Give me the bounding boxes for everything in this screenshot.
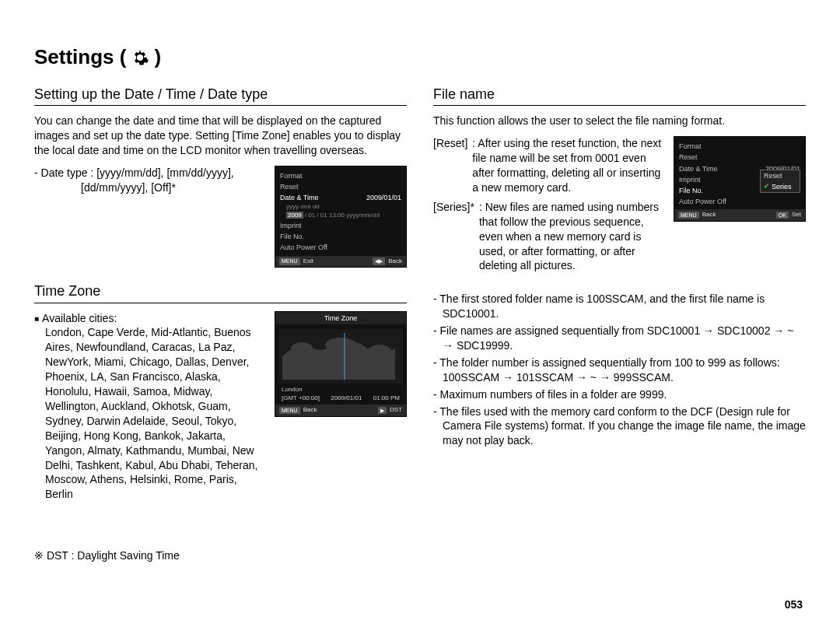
file-name-intro: This function allows the user to select … [433,114,806,128]
cities-label: Available cities: [42,312,117,324]
heading-date-time: Setting up the Date / Time / Date type [34,85,407,106]
bullet-item: - Maximum numbers of files in a folder a… [433,387,806,402]
title-text: Settings ( [34,44,126,71]
heading-file-name: File name [433,85,806,106]
page-number: 053 [785,597,803,612]
svg-point-1 [325,338,356,352]
dst-note: ※ DST : Daylight Saving Time [34,548,407,563]
file-no-popup: Reset ✔Series [760,170,800,193]
screenshot-date-time: Format Reset Date & Time2009/01/01 yyyy … [275,166,407,268]
world-map-icon [278,329,403,384]
date-type-line1: - Date type : [yyyy/mm/dd], [mm/dd/yyyy]… [34,166,264,180]
square-bullet-icon: ■ [34,314,39,323]
date-type-line2: [dd/mm/yyyy], [Off]* [34,180,264,195]
file-name-bullets: - The first stored folder name is 100SSC… [433,292,806,448]
reset-term: [Reset] [433,136,467,195]
svg-point-0 [291,342,313,355]
date-time-body: You can change the date and time that wi… [34,114,407,158]
bullet-item: - File names are assigned sequentially f… [433,324,806,353]
cities-body: London, Cape Verde, Mid-Atlantic, Buenos… [34,325,264,502]
title-close-paren: ) [154,44,161,71]
bullet-item: - The files used with the memory card co… [433,405,806,449]
series-def: : New files are named using numbers that… [479,200,663,273]
screenshot-file-name: Format Reset Date & Time2009/01/01 Impri… [674,136,806,222]
left-column: Setting up the Date / Time / Date type Y… [34,85,407,563]
reset-def: : After using the reset function, the ne… [472,136,663,195]
series-term: [Series]* [433,200,474,273]
check-icon: ✔ [764,183,769,191]
page-title: Settings ( ) [34,44,806,71]
right-column: File name This function allows the user … [433,85,806,563]
gear-icon [131,48,149,67]
heading-time-zone: Time Zone [34,282,407,303]
bullet-item: - The folder number is assigned sequenti… [433,356,806,385]
screenshot-time-zone: Time Zone London [GMT +00:00]2009/01/010… [275,311,407,418]
svg-point-2 [367,345,392,360]
bullet-item: - The first stored folder name is 100SSC… [433,292,806,321]
